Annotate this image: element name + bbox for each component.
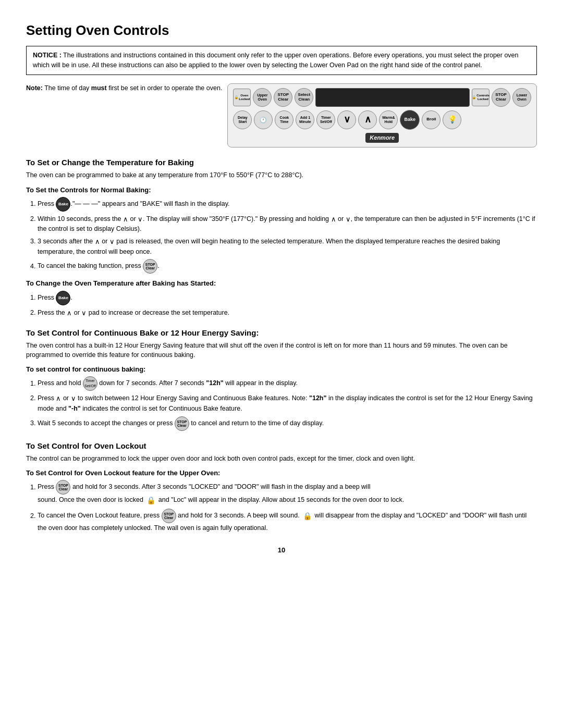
down-arrow-btn[interactable]: ∨ xyxy=(337,110,356,129)
up-arrow-btn[interactable]: ∧ xyxy=(358,110,377,129)
section1-sub1-heading: To Set the Controls for Normal Baking: xyxy=(26,186,537,195)
stop-inline-btn: STOPClear xyxy=(143,259,157,274)
down-arrow-icon2: ∨ xyxy=(81,309,87,317)
select-clean-btn[interactable]: SelectClean xyxy=(295,88,313,107)
panel-top-row: 🔒OvenLocked UpperOven STOPClear SelectCl… xyxy=(233,88,531,107)
up-arrow-icon: ∧ xyxy=(123,215,128,223)
section2-title: To Set Control for Continuous Bake or 12… xyxy=(26,327,537,338)
oven-locked-icon-left: 🔒OvenLocked xyxy=(233,89,251,106)
list-item: Press Bake."— — —" appears and "BAKE" wi… xyxy=(38,197,537,212)
list-item: Press and hold TimerSet/Off down for 7 s… xyxy=(38,376,537,391)
section1-sub1-steps: Press Bake."— — —" appears and "BAKE" wi… xyxy=(38,197,537,274)
list-item: Wait 5 seconds to accept the changes or … xyxy=(38,416,537,431)
lock-icon-inline: 🔒 xyxy=(145,495,156,506)
list-item: Press Bake. xyxy=(38,291,537,305)
note-text: Note: The time of day must first be set … xyxy=(26,83,222,93)
stop-inline-btn2: STOPClear xyxy=(175,416,189,431)
section1-subtitle: The oven can be programmed to bake at an… xyxy=(26,171,537,180)
kenmore-logo: Kenmore xyxy=(365,133,399,143)
cook-time-btn[interactable]: CookTime xyxy=(275,110,293,129)
notice-box: NOTICE : The illustrations and instructi… xyxy=(26,46,537,75)
bake-inline-btn2: Bake xyxy=(56,291,70,305)
section2-sub1-heading: To set control for continuous baking: xyxy=(26,365,537,374)
up-arrow-icon2: ∧ xyxy=(67,309,72,317)
warm-hold-btn[interactable]: Warm&Hold xyxy=(379,110,398,129)
list-item: To cancel the baking function, press STO… xyxy=(38,259,537,274)
section1-sub2-steps: Press Bake. Press the ∧ or ∨ pad to incr… xyxy=(38,291,537,318)
stop-inline-btn3: STOPClear xyxy=(56,480,70,495)
notice-label: NOTICE : xyxy=(33,52,62,59)
page-title: Setting Oven Controls xyxy=(26,21,537,40)
clock-btn[interactable]: 🕐 xyxy=(254,110,273,129)
list-item: Press the ∧ or ∨ pad to increase or decr… xyxy=(38,308,537,318)
broil-btn[interactable]: Broil xyxy=(422,110,440,129)
control-panel: 🔒OvenLocked UpperOven STOPClear SelectCl… xyxy=(227,83,537,147)
stop-inline-btn4: STOPClear xyxy=(162,509,176,523)
list-item: 3 seconds after the ∧ or ∨ pad is releas… xyxy=(38,237,537,256)
list-item: Press STOPClear and hold for 3 seconds. … xyxy=(38,480,537,506)
list-item: Within 10 seconds, press the ∧ or ∨. The… xyxy=(38,214,537,234)
add1min-btn[interactable]: Add 1Minute xyxy=(296,110,314,129)
timer-setoff-btn[interactable]: TimerSet/Off xyxy=(316,110,335,129)
section1-title: To Set or Change the Temperature for Bak… xyxy=(26,157,537,168)
section3-title: To Set Control for Oven Lockout xyxy=(26,440,537,451)
lower-oven-btn[interactable]: LowerOven xyxy=(512,88,531,107)
section3-sub1-steps: Press STOPClear and hold for 3 seconds. … xyxy=(38,480,537,533)
delay-start-btn[interactable]: DelayStart xyxy=(233,110,252,129)
down-arrow-icon: ∨ xyxy=(138,215,143,223)
section3-sub1-heading: To Set Control for Oven Lockout feature … xyxy=(26,468,537,478)
section1-sub2-heading: To Change the Oven Temperature after Bak… xyxy=(26,279,537,288)
controls-locked-icon-right: 🔒ControlsLocked xyxy=(472,89,489,106)
stop-clear-btn-right[interactable]: STOPClear xyxy=(492,88,510,107)
upper-oven-btn[interactable]: UpperOven xyxy=(253,88,272,107)
stop-clear-btn-left[interactable]: STOPClear xyxy=(274,88,292,107)
control-panel-area: Note: The time of day must first be set … xyxy=(26,83,537,147)
notice-text: The illustrations and instructions conta… xyxy=(33,52,519,69)
bake-inline-btn: Bake xyxy=(56,197,70,212)
list-item: Press ∧ or ∨ to switch between 12 Hour E… xyxy=(38,393,537,413)
section3-subtitle: The control can be programmed to lock th… xyxy=(26,454,537,464)
page-number: 10 xyxy=(26,546,537,555)
timer-inline-btn: TimerSet/Off xyxy=(83,376,97,391)
bake-btn[interactable]: Bake xyxy=(400,110,420,130)
list-item: To cancel the Oven Lockout feature, pres… xyxy=(38,509,537,533)
note-label: Note: xyxy=(26,84,43,92)
light-btn[interactable]: 💡 xyxy=(443,110,461,129)
section2-subtitle: The oven control has a built-in 12 Hour … xyxy=(26,341,537,360)
panel-bottom-row: DelayStart 🕐 CookTime Add 1Minute TimerS… xyxy=(233,110,531,130)
lock-icon-inline2: 🔒 xyxy=(301,510,313,522)
display-bar xyxy=(315,88,470,107)
section2-sub1-steps: Press and hold TimerSet/Off down for 7 s… xyxy=(38,376,537,430)
